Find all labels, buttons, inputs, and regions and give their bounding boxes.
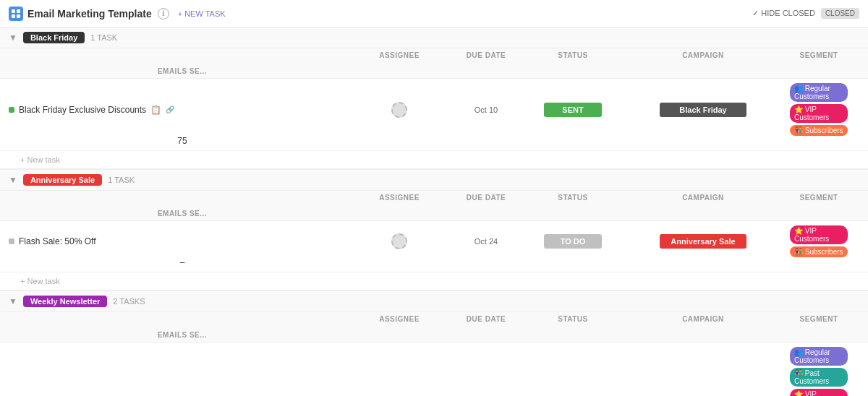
group-label[interactable]: Anniversary Sale (23, 174, 102, 186)
task-name-cell: Flash Sale: 50% Off (9, 236, 356, 246)
col-header-2: STATUS (529, 51, 616, 67)
col-header-7: EMAILS SE... (9, 67, 356, 75)
status-cell: TO DO (529, 234, 616, 249)
files-cell: 📄 (848, 235, 868, 249)
task-row: Benefits of a Skincare Routine 📋 🔗 5 day… (0, 343, 868, 396)
hide-closed-button[interactable]: ✓ HIDE CLOSED (752, 9, 815, 18)
segment-cell: ⭐ VIP Customers👫 Subscribers (790, 225, 848, 257)
col-header-2: STATUS (529, 315, 616, 331)
group-header-anniversary-sale: ▼ Anniversary Sale 1 TASK (0, 170, 868, 191)
col-name (9, 194, 356, 210)
campaign-badge: Anniversary Sale (660, 234, 746, 249)
col-header-5: FILES (848, 315, 868, 331)
column-headers: ASSIGNEEDUE DATESTATUSCAMPAIGNSEGMENTFIL… (0, 191, 868, 221)
col-header-0: ASSIGNEE (356, 194, 443, 210)
segment-cell: 👥 Regular Customers⭐ VIP Customers👫 Subs… (790, 83, 848, 136)
task-row: Flash Sale: 50% Off Oct 24TO DOAnniversa… (0, 221, 868, 272)
task-row: Black Friday Exclusive Discounts 📋 🔗 Oct… (0, 79, 868, 151)
group-header-black-friday: ▼ Black Friday 1 TASK (0, 27, 868, 48)
assignee-cell (356, 233, 443, 249)
col-name (9, 315, 356, 331)
col-header-1: DUE DATE (443, 51, 529, 67)
info-icon[interactable]: ℹ (158, 8, 169, 20)
group-toggle[interactable]: ▼ (9, 296, 17, 306)
group-toggle[interactable]: ▼ (9, 33, 17, 43)
app-header: Email Marketing Template ℹ + NEW TASK ✓ … (0, 0, 868, 27)
group-black-friday: ▼ Black Friday 1 TASK ASSIGNEEDUE DATEST… (0, 27, 868, 170)
col-header-7: EMAILS SE... (9, 331, 356, 339)
task-color-dot (9, 107, 14, 113)
col-header-7: EMAILS SE... (9, 210, 356, 218)
task-link-icon: 🔗 (166, 106, 174, 113)
segment-tag: 👥 Regular Customers (790, 83, 848, 102)
group-weekly-newsletter: ▼ Weekly Newsletter 2 TASKS ASSIGNEEDUE … (0, 291, 868, 396)
due-date-cell: Oct 24 (443, 237, 529, 246)
assignee-avatar (391, 233, 407, 249)
col-header-5: FILES (848, 51, 868, 67)
new-task-row[interactable]: + New task (0, 272, 868, 290)
group-label[interactable]: Black Friday (23, 32, 85, 43)
group-task-count: 2 TASKS (113, 297, 145, 306)
segment-tag: ⭐ VIP Customers (790, 389, 848, 396)
segment-tag: ⭐ VIP Customers (790, 225, 848, 244)
col-header-4: SEGMENT (790, 315, 848, 331)
task-name: Flash Sale: 50% Off (19, 236, 96, 246)
svg-rect-0 (12, 9, 15, 13)
new-task-row[interactable]: + New task (0, 151, 868, 168)
col-header-4: SEGMENT (790, 51, 848, 67)
segment-tag: 👥 Regular Customers (790, 347, 848, 366)
segment-cell: 👥 Regular Customers👫 Past Customers⭐ VIP… (790, 347, 848, 396)
app-icon (9, 7, 23, 21)
status-badge: TO DO (544, 234, 602, 249)
campaign-cell: Anniversary Sale (616, 234, 790, 249)
col-header-3: CAMPAIGN (616, 51, 790, 67)
new-task-button[interactable]: + NEW TASK (178, 9, 226, 18)
col-name (9, 51, 356, 67)
col-header-0: ASSIGNEE (356, 51, 443, 67)
segment-tag: 👫 Subscribers (790, 246, 848, 257)
segment-tag: 👫 Past Customers (790, 368, 848, 387)
col-header-5: FILES (848, 194, 868, 210)
status-badge: SENT (544, 103, 602, 117)
hide-closed-label: ✓ HIDE CLOSED (752, 9, 815, 18)
task-doc-icon: 📋 (150, 105, 161, 115)
main-content: ▼ Black Friday 1 TASK ASSIGNEEDUE DATEST… (0, 27, 868, 396)
task-name-cell: Black Friday Exclusive Discounts 📋 🔗 (9, 105, 356, 115)
col-header-2: STATUS (529, 194, 616, 210)
status-cell: SENT (529, 103, 616, 117)
assignee-cell (356, 102, 443, 118)
column-headers: ASSIGNEEDUE DATESTATUSCAMPAIGNSEGMENTFIL… (0, 312, 868, 343)
due-date-cell: Oct 10 (443, 106, 529, 114)
col-header-3: CAMPAIGN (616, 315, 790, 331)
col-header-0: ASSIGNEE (356, 315, 443, 331)
col-header-3: CAMPAIGN (616, 194, 790, 210)
svg-rect-2 (12, 14, 15, 18)
svg-rect-3 (17, 14, 20, 18)
segment-tag: 👫 Subscribers (790, 125, 848, 136)
segment-tag: ⭐ VIP Customers (790, 104, 848, 123)
group-anniversary-sale: ▼ Anniversary Sale 1 TASK ASSIGNEEDUE DA… (0, 170, 868, 291)
page-title: Email Marketing Template (27, 8, 152, 20)
task-name: Black Friday Exclusive Discounts (19, 105, 146, 115)
group-header-weekly-newsletter: ▼ Weekly Newsletter 2 TASKS (0, 291, 868, 312)
assignee-avatar (391, 102, 407, 118)
emails-sent-cell: – (9, 257, 356, 267)
task-color-dot (9, 238, 14, 244)
new-task-label: + NEW TASK (178, 9, 226, 18)
group-label[interactable]: Weekly Newsletter (23, 296, 107, 307)
col-header-1: DUE DATE (443, 194, 529, 210)
group-task-count: 1 TASK (108, 176, 135, 184)
campaign-badge: Black Friday (660, 103, 746, 117)
col-header-1: DUE DATE (443, 315, 529, 331)
col-header-4: SEGMENT (790, 194, 848, 210)
svg-rect-1 (17, 9, 20, 13)
files-cell: 🖼 (848, 103, 868, 116)
group-task-count: 1 TASK (90, 33, 117, 42)
emails-sent-cell: 75 (9, 136, 356, 146)
campaign-cell: Black Friday (616, 103, 790, 117)
app-container: Email Marketing Template ℹ + NEW TASK ✓ … (0, 0, 868, 396)
group-toggle[interactable]: ▼ (9, 175, 17, 185)
column-headers: ASSIGNEEDUE DATESTATUSCAMPAIGNSEGMENTFIL… (0, 48, 868, 79)
closed-badge: CLOSED (821, 8, 859, 19)
